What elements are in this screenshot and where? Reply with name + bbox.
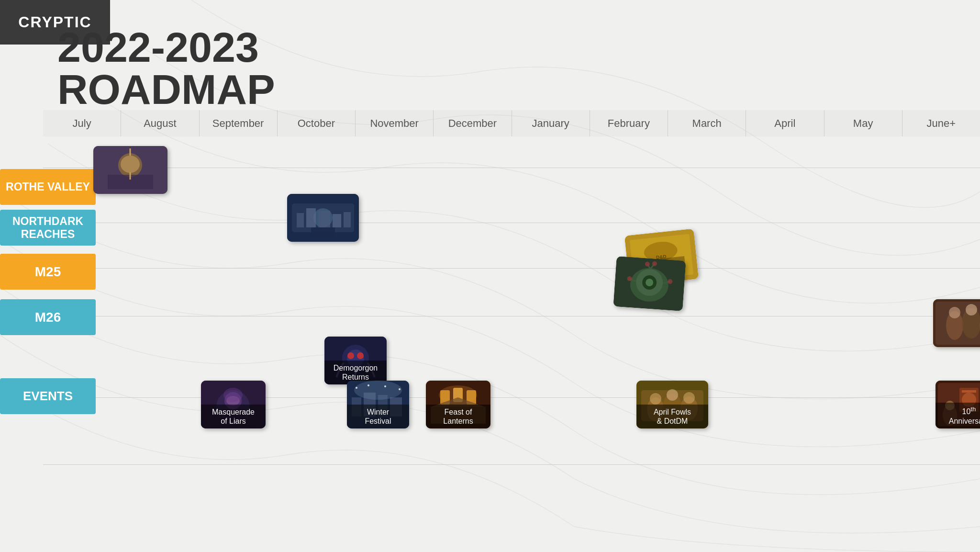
rothe-valley-item[interactable] <box>93 146 167 194</box>
svg-point-45 <box>357 352 364 359</box>
svg-rect-9 <box>311 227 335 237</box>
title-year: 2022-2023 <box>57 26 275 68</box>
roadmap-content: D&D <box>43 136 980 552</box>
month-july: July <box>43 110 121 136</box>
svg-point-44 <box>347 352 354 359</box>
svg-point-61 <box>384 385 386 387</box>
page-title: 2022-2023 ROADMAP <box>57 26 275 111</box>
svg-point-59 <box>356 387 357 389</box>
svg-point-39 <box>966 304 977 315</box>
m25-creature-item[interactable] <box>613 256 686 311</box>
month-june: June+ <box>902 110 980 136</box>
month-may: May <box>824 110 902 136</box>
feast-lanterns-label: Feast ofLanterns <box>426 405 490 428</box>
month-march: March <box>668 110 746 136</box>
april-fowls-label: April Fowls& DotDM <box>636 405 708 428</box>
month-october: October <box>277 110 355 136</box>
month-september: September <box>199 110 277 136</box>
anniversary-item[interactable]: 10thAnniversary <box>935 381 980 428</box>
month-april: April <box>746 110 824 136</box>
timeline: July August September October November D… <box>0 110 980 552</box>
svg-point-62 <box>399 388 401 390</box>
feast-lanterns-item[interactable]: Feast ofLanterns <box>426 381 490 428</box>
northdark-item[interactable] <box>287 194 359 242</box>
demogorgon-item[interactable]: DemogorgonReturns <box>324 337 387 384</box>
masquerade-item[interactable]: Masqueradeof Liars <box>201 381 266 428</box>
svg-rect-13 <box>333 214 341 227</box>
svg-point-38 <box>949 307 960 318</box>
svg-point-75 <box>667 389 678 401</box>
winter-festival-item[interactable]: WinterFestival <box>347 381 409 428</box>
title-sub: ROADMAP <box>57 68 275 111</box>
month-november: November <box>355 110 433 136</box>
svg-point-51 <box>223 388 243 402</box>
masquerade-label: Masqueradeof Liars <box>201 405 266 428</box>
svg-point-58 <box>354 381 402 400</box>
svg-rect-81 <box>962 390 976 393</box>
svg-point-77 <box>683 392 695 404</box>
april-fowls-item[interactable]: April Fowls& DotDM <box>636 381 708 428</box>
svg-point-60 <box>368 384 369 386</box>
months-row: July August September October November D… <box>43 110 980 136</box>
svg-point-3 <box>121 156 140 173</box>
svg-rect-10 <box>297 213 304 227</box>
svg-rect-12 <box>318 211 330 227</box>
month-january: January <box>512 110 590 136</box>
m26-item[interactable] <box>933 299 980 347</box>
winter-festival-label: WinterFestival <box>347 405 409 428</box>
svg-rect-11 <box>306 208 316 227</box>
svg-rect-14 <box>344 212 351 227</box>
month-august: August <box>121 110 199 136</box>
svg-point-73 <box>650 393 661 405</box>
month-december: December <box>433 110 511 136</box>
anniversary-label: 10thAnniversary <box>935 403 980 428</box>
month-february: February <box>590 110 668 136</box>
